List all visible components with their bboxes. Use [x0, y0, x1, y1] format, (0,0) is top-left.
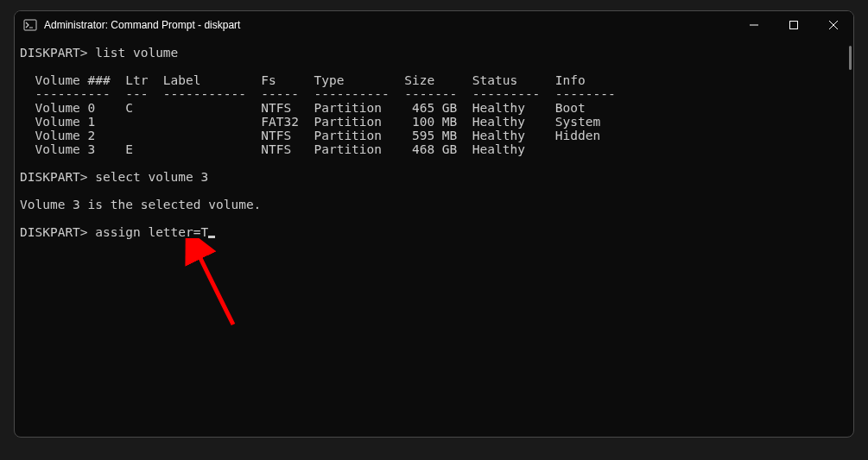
close-button[interactable]: [814, 11, 853, 39]
svg-rect-0: [24, 20, 36, 30]
window-controls: [734, 11, 853, 39]
minimize-button[interactable]: [734, 11, 774, 39]
svg-rect-3: [790, 22, 798, 29]
scrollbar-thumb[interactable]: [849, 46, 852, 70]
maximize-button[interactable]: [774, 11, 814, 39]
app-icon: [23, 18, 37, 32]
terminal-output[interactable]: DISKPART> list volume Volume ### Ltr Lab…: [15, 39, 853, 437]
command-prompt-window: Administrator: Command Prompt - diskpart…: [14, 10, 854, 438]
window-title: Administrator: Command Prompt - diskpart: [44, 19, 734, 31]
scrollbar[interactable]: [846, 46, 852, 428]
text-cursor: [208, 236, 215, 238]
titlebar[interactable]: Administrator: Command Prompt - diskpart: [15, 11, 853, 39]
